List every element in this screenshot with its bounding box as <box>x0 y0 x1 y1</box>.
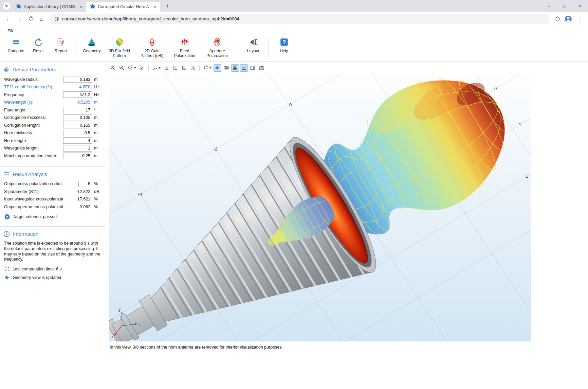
transparency-icon <box>250 65 256 71</box>
param-row: Corrugation thickness: m <box>0 114 106 122</box>
layout-button[interactable]: Layout <box>242 36 264 55</box>
geometry-label: Geometry <box>83 49 101 54</box>
home-button[interactable]: ⌂ <box>37 14 46 24</box>
report-button[interactable]: Report <box>50 36 72 55</box>
param-row: Waveguide radius: m <box>0 76 106 84</box>
svg-text:-4: -4 <box>138 192 142 197</box>
section-title: Information <box>13 231 38 237</box>
wavelength-value: 0.5205 <box>63 100 92 105</box>
graphics-canvas[interactable]: 0 -2 -4 0 -1 1 y <box>109 74 531 341</box>
waveguide-length-input[interactable] <box>63 145 92 152</box>
gain-2d-button[interactable]: 2D Gain Pattern (dBi) <box>136 36 168 59</box>
reset-label: Reset <box>33 49 43 54</box>
3d-scene: 0 -2 -4 0 -1 1 y <box>109 74 531 341</box>
address-input[interactable]: comsol.com/server-demo/app/library_corru… <box>50 14 549 24</box>
frequency-input[interactable] <box>63 91 92 98</box>
zoom-box-button[interactable] <box>127 64 137 72</box>
new-tab-button[interactable]: + <box>163 2 172 11</box>
info-small-icon <box>4 266 10 271</box>
zoom-in-button[interactable] <box>109 64 117 72</box>
zoom-extents-button[interactable] <box>138 64 146 72</box>
back-button[interactable]: ← <box>4 14 14 24</box>
gain-2d-icon <box>147 37 157 48</box>
result-analysis-section: Result Analysis Output cross-polarizatio… <box>0 166 106 224</box>
design-parameters-section: Design Parameters Waveguide radius: m TE… <box>0 63 106 164</box>
result-row: Input waveguide cross-polarization ratio… <box>0 195 106 203</box>
geometry-button[interactable]: Geometry <box>80 36 103 55</box>
browser-tab-horn-antenna[interactable]: Corrugated Circular Horn Anten × <box>86 2 160 12</box>
browser-menu-button[interactable]: ⋮ <box>574 14 584 24</box>
reset-button[interactable]: Reset <box>27 36 50 55</box>
forward-button[interactable]: → <box>15 14 24 24</box>
farfield-3d-button[interactable]: 3D Far-field Pattern <box>103 36 136 59</box>
axis-view-yz-button[interactable] <box>171 64 179 72</box>
axis-view-xy-icon <box>164 65 169 71</box>
result-row: Output aperture cross-polarization ratio… <box>0 203 106 211</box>
help-icon: ? <box>279 37 289 48</box>
extensions-button[interactable] <box>553 14 562 24</box>
scene-light-button[interactable] <box>214 64 221 72</box>
waveguide-radius-input[interactable] <box>63 76 92 83</box>
help-button[interactable]: ? Help <box>273 36 295 55</box>
reset-icon <box>33 37 43 48</box>
rotate-button[interactable] <box>202 64 213 72</box>
tab-close-icon[interactable]: × <box>152 4 158 10</box>
flare-angle-input[interactable] <box>63 107 92 113</box>
play-circle-icon <box>4 214 10 219</box>
material-color-button[interactable] <box>240 64 248 72</box>
feed-polarization-button[interactable]: Feed Polarization <box>168 36 201 59</box>
comsol-favicon <box>16 4 21 10</box>
compute-icon <box>11 37 21 48</box>
graphics-toolbar <box>109 64 588 72</box>
param-row: Flare angle: ° <box>0 106 106 114</box>
feed-polarization-icon <box>180 37 190 48</box>
aperture-polarization-button[interactable]: Aperture Polarization <box>201 36 234 59</box>
svg-text:x: x <box>111 334 113 339</box>
transparency-button[interactable] <box>249 64 257 72</box>
zoom-out-icon <box>119 65 125 71</box>
reload-icon <box>28 16 34 22</box>
mirror-view-button[interactable] <box>189 64 197 72</box>
svg-text:0: 0 <box>494 86 497 91</box>
minimize-button[interactable]: – <box>541 0 557 12</box>
geometry-updated-icon <box>4 275 10 280</box>
compute-button[interactable]: Compute <box>5 36 27 55</box>
param-row-readonly: Wavelength (λ): 0.5205 m <box>0 99 106 106</box>
cross-polarization-target-input[interactable] <box>78 181 92 187</box>
app-ribbon: Compute Reset Report Geometry 3D Far- <box>0 35 588 62</box>
environment-button[interactable] <box>222 64 230 72</box>
tab-search-button[interactable] <box>3 2 10 10</box>
section-title: Result Analysis <box>13 171 47 177</box>
maximize-button[interactable]: □ <box>557 0 572 12</box>
last-computation-row: Last computation time: 6 s <box>0 263 106 271</box>
axis-view-xy-button[interactable] <box>163 64 170 72</box>
corrugation-thickness-input[interactable] <box>63 114 92 121</box>
browser-tab-application-library[interactable]: Application Library | COMSOL S × <box>12 2 86 12</box>
file-menu[interactable]: File <box>5 28 17 34</box>
dropdown-caret-icon <box>159 67 161 69</box>
close-button[interactable]: × <box>572 0 588 12</box>
reload-button[interactable] <box>26 14 35 24</box>
profile-avatar[interactable] <box>564 14 573 24</box>
svg-text:-1: -1 <box>517 122 521 127</box>
param-row: Corrugation length: m <box>0 122 106 129</box>
dropdown-caret-icon <box>209 67 212 69</box>
axis-view-zx-button[interactable] <box>180 64 188 72</box>
zoom-box-icon <box>128 65 133 71</box>
horn-thickness-input[interactable] <box>63 130 92 136</box>
default-view-button[interactable] <box>151 64 162 72</box>
matching-corrugation-length-input[interactable] <box>63 153 92 159</box>
geometry-status-text: Geometry view is updated. <box>13 275 62 280</box>
tab-close-icon[interactable]: × <box>78 4 84 10</box>
axis-view-zx-icon <box>181 65 187 71</box>
graphics-panel: 0 -2 -4 0 -1 1 y <box>106 62 588 350</box>
corrugation-length-input[interactable] <box>63 122 92 128</box>
avatar-icon <box>565 15 572 23</box>
image-snapshot-button[interactable] <box>258 64 265 72</box>
zoom-out-button[interactable] <box>118 64 126 72</box>
horn-length-input[interactable] <box>63 137 92 144</box>
grid-button[interactable] <box>231 64 239 72</box>
design-parameters-icon <box>3 67 10 73</box>
information-section: Information The solution time is expecte… <box>0 226 106 284</box>
target-criterion-text: Target criterion: passed. <box>13 214 58 219</box>
